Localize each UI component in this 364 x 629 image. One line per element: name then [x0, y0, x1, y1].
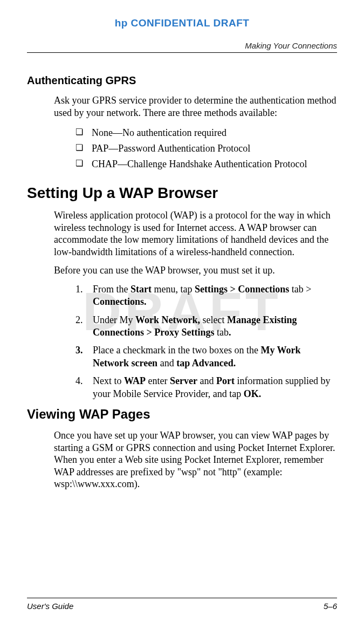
step-number: 3. [75, 344, 83, 357]
auth-bullet-list: None—No authentication required PAP—Pass… [27, 125, 337, 172]
text: enter [146, 375, 170, 386]
text-bold: Settings > Connections [195, 284, 289, 295]
auth-intro: Ask your GPRS service provider to determ… [27, 94, 337, 119]
wap-p2: Before you can use the WAP browser, you … [27, 264, 337, 277]
text: select [200, 314, 227, 325]
text: Under My [93, 314, 135, 325]
text: Place a checkmark in the two boxes on th… [93, 345, 260, 355]
step-number: 2. [75, 314, 83, 326]
list-item: 2. Under My Work Network, select Manage … [75, 314, 337, 339]
list-item: None—No authentication required [75, 125, 337, 141]
list-item: 1. From the Start menu, tap Settings > C… [75, 283, 337, 309]
list-item: 3. Place a checkmark in the two boxes on… [75, 344, 337, 370]
step-number: 4. [75, 375, 83, 387]
text-bold: . [229, 327, 231, 338]
wap-steps: 1. From the Start menu, tap Settings > C… [27, 283, 337, 400]
text: Next to [93, 375, 124, 386]
chapter-title: Making Your Connections [27, 41, 337, 53]
text: and [197, 375, 216, 386]
text-bold: WAP [124, 375, 146, 386]
list-item: CHAP—Challenge Handshake Authentication … [75, 156, 337, 172]
confidential-banner: hp CONFIDENTIAL DRAFT [27, 17, 337, 29]
text-bold: OK. [244, 388, 262, 399]
wap-p1: Wireless application protocol (WAP) is a… [27, 209, 337, 258]
step-number: 1. [75, 283, 83, 296]
heading-setting-up-wap: Setting Up a WAP Browser [27, 184, 337, 202]
text-bold: Server [170, 375, 197, 386]
text: and [157, 358, 176, 368]
text: tab > [289, 284, 311, 295]
text-bold: Work Network, [135, 314, 200, 325]
view-p1: Once you have set up your WAP browser, y… [27, 429, 337, 490]
text: From the [93, 284, 131, 295]
heading-authenticating-gprs: Authenticating GPRS [27, 74, 337, 87]
heading-viewing-wap: Viewing WAP Pages [27, 407, 337, 422]
footer-right: 5–6 [324, 601, 337, 611]
page-footer: User's Guide 5–6 [27, 598, 337, 611]
list-item: PAP—Password Authentication Protocol [75, 141, 337, 156]
text-bold: tap Advanced. [176, 358, 236, 368]
text-bold: Connections. [93, 296, 147, 307]
text-bold: Start [131, 284, 152, 295]
footer-left: User's Guide [27, 601, 73, 611]
text-bold: Port [216, 375, 235, 386]
list-item: 4. Next to WAP enter Server and Port inf… [75, 375, 337, 400]
text: tab [214, 327, 229, 338]
text: menu, tap [152, 284, 195, 295]
